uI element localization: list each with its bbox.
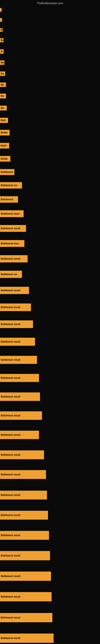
bar-item: Bottleneck result: [0, 450, 44, 459]
bar-item: Bottleneck result: [0, 374, 39, 382]
bar-label: [0, 8, 1, 12]
bar-label: Bottleneck result: [0, 255, 28, 262]
bar-item: B: [0, 49, 3, 54]
bar-label: Bottleneck result: [0, 338, 35, 346]
bar-label: Bottleneck result: [0, 411, 42, 420]
bar-item: Bottleneck resul: [0, 210, 24, 217]
bar-item: Bo: [0, 106, 7, 110]
bar-label: Bottle: [0, 130, 10, 136]
bar-item: Bottle: [0, 130, 10, 136]
bar-item: Bottleneck result: [0, 491, 47, 500]
bar-item: B: [0, 28, 3, 32]
bar-item: Bottleneck result: [0, 634, 53, 643]
bar-label: Bottleneck result: [0, 613, 52, 622]
bar-label: Bottleneck result: [0, 225, 26, 232]
bar-item: Bottleneck result: [0, 320, 33, 328]
bar-label: Bottleneck result: [0, 450, 44, 459]
bar-label: Bottleneck result: [0, 356, 37, 364]
bar-label: Bottleneck result: [0, 304, 31, 311]
bar-label: Bottleneck result: [0, 592, 51, 601]
bar-label: Bottl: [0, 143, 9, 148]
bar-label: Bo: [0, 94, 6, 98]
bar-item: Bo: [0, 94, 6, 98]
bar-item: Bottleneck result: [0, 613, 52, 622]
bar-label: Bottleneck result: [0, 491, 47, 500]
bar-label: Bottleneck result: [0, 287, 29, 294]
bar-label: Bottleneck: [0, 169, 14, 175]
bar-label: Bottleneck result: [0, 531, 49, 540]
bar-label: [0, 18, 2, 22]
bar-label: Bottleneck resul: [0, 210, 24, 217]
bar-item: [0, 18, 2, 22]
bar-label: Bottleneck result: [0, 374, 39, 382]
bar-item: Bottleneck resu: [0, 240, 24, 247]
bar-label: Bottleneck result: [0, 551, 50, 560]
bar-item: Bottleneck result: [0, 470, 46, 479]
bar-item: Bottleneck: [0, 196, 18, 203]
bar-label: Bo: [0, 82, 6, 87]
bar-item: Bottle: [0, 156, 10, 162]
bar-item: Bottleneck result: [0, 592, 51, 601]
bar-label: Bottleneck resu: [0, 240, 24, 247]
bar-label: Bottleneck result: [0, 511, 48, 520]
bar-label: Bottleneck result: [0, 392, 40, 401]
site-title: TheBottlenecker.com: [37, 2, 63, 5]
bar-label: Bottleneck result: [0, 320, 33, 328]
bar-item: Bottleneck result: [0, 572, 51, 581]
bar-item: Bo: [0, 60, 4, 65]
bar-label: Bo: [0, 106, 7, 110]
bar-label: B: [0, 28, 3, 32]
bar-label: Bottleneck result: [0, 634, 53, 643]
bar-item: Bottleneck result: [0, 431, 39, 439]
bar-item: Bottleneck: [0, 169, 14, 175]
bar-item: Bottl: [0, 143, 9, 148]
bar-item: Bo: [0, 72, 5, 76]
bar-label: Bottleneck result: [0, 431, 39, 439]
bar-item: Bottleneck result: [0, 392, 40, 401]
bar-label: Bottleneck res: [0, 271, 22, 278]
bar-label: Bottle: [0, 156, 10, 162]
bar-label: Bottleneck: [0, 196, 18, 203]
bar-item: Bo: [0, 82, 6, 87]
bar-item: Bottleneck res: [0, 182, 22, 188]
bar-item: Bottleneck result: [0, 356, 37, 364]
bar-label: Bottleneck res: [0, 182, 22, 188]
bar-item: Bottleneck result: [0, 338, 35, 346]
bar-item: [0, 8, 1, 12]
bar-label: Bo: [0, 38, 3, 42]
bar-item: Bott: [0, 118, 8, 123]
bar-item: Bottleneck result: [0, 531, 49, 540]
bar-item: Bottleneck result: [0, 225, 26, 232]
bar-label: Bo: [0, 72, 5, 76]
bar-item: Bottleneck res: [0, 271, 22, 278]
bar-item: Bottleneck result: [0, 304, 31, 311]
bar-label: Bottleneck result: [0, 470, 46, 479]
bar-item: Bottleneck result: [0, 511, 48, 520]
bar-item: Bottleneck result: [0, 411, 42, 420]
bar-item: Bo: [0, 38, 3, 42]
bar-item: Bottleneck result: [0, 551, 50, 560]
bar-item: Bottleneck result: [0, 287, 29, 294]
bar-label: Bo: [0, 60, 4, 65]
bar-label: Bott: [0, 118, 8, 123]
bar-label: B: [0, 49, 3, 54]
bar-label: Bottleneck result: [0, 572, 51, 581]
bar-item: Bottleneck result: [0, 255, 28, 262]
